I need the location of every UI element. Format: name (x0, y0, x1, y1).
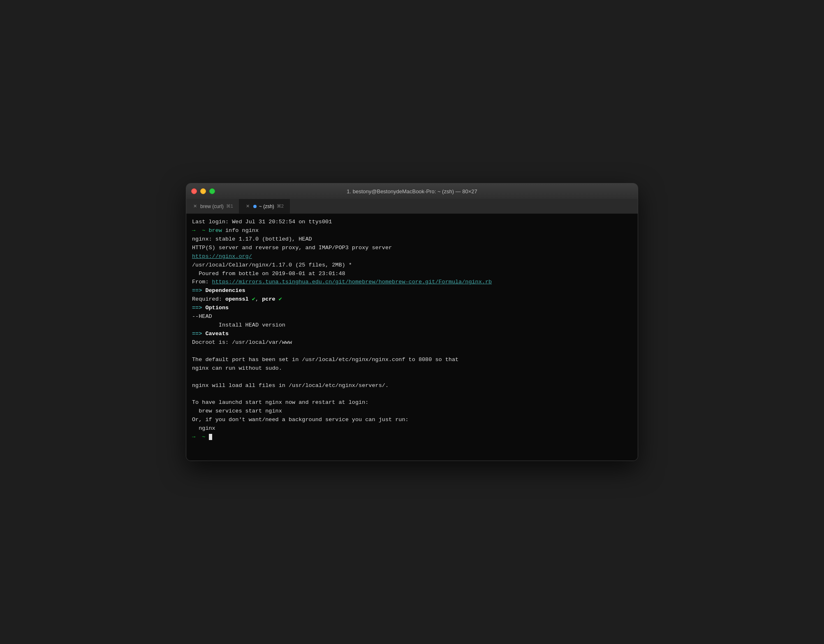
tab-zsh[interactable]: ✕ ~ (zsh) ⌘2 (239, 199, 290, 213)
line-from-url: From: https://mirrors.tuna.tsinghua.edu.… (192, 278, 632, 287)
line-nginx-url: https://nginx.org/ (192, 253, 632, 261)
titlebar: 1. bestony@BestonydeMacBook-Pro: ~ (zsh)… (186, 183, 638, 199)
line-options-heading: ==> Options (192, 304, 632, 313)
tab2-close-icon[interactable]: ✕ (245, 204, 251, 209)
tab2-dot-icon (253, 205, 257, 208)
terminal-body[interactable]: Last login: Wed Jul 31 20:52:54 on ttys0… (186, 214, 638, 461)
maximize-button[interactable] (209, 188, 215, 194)
tab1-cmd: ⌘1 (226, 204, 233, 209)
tab-bar: ✕ brew (curl) ⌘1 ✕ ~ (zsh) ⌘2 (186, 199, 638, 214)
line-launchd: To have launchd start nginx now and rest… (192, 398, 632, 407)
traffic-lights (191, 188, 215, 194)
tab-brew-curl[interactable]: ✕ brew (curl) ⌘1 (186, 199, 239, 213)
line-load-files: nginx will load all files in /usr/local/… (192, 382, 632, 390)
terminal-window: 1. bestony@BestonydeMacBook-Pro: ~ (zsh)… (186, 183, 638, 461)
line-prompt-2: → ~ (192, 433, 632, 442)
line-caveats-heading: ==> Caveats (192, 330, 632, 338)
line-default-port-1: The default port has been set in /usr/lo… (192, 356, 632, 364)
line-nginx-version: nginx: stable 1.17.0 (bottled), HEAD (192, 235, 632, 244)
close-button[interactable] (191, 188, 197, 194)
line-or-run: Or, if you don't want/need a background … (192, 416, 632, 424)
line-head-desc: Install HEAD version (192, 321, 632, 330)
line-cellar-path: /usr/local/Cellar/nginx/1.17.0 (25 files… (192, 261, 632, 270)
line-poured: Poured from bottle on 2019-08-01 at 23:0… (192, 270, 632, 278)
line-blank-2 (192, 373, 632, 382)
tab2-cmd: ⌘2 (277, 204, 284, 209)
line-brew-services: brew services start nginx (192, 407, 632, 416)
line-docroot: Docroot is: /usr/local/var/www (192, 338, 632, 347)
line-dependencies-heading: ==> Dependencies (192, 287, 632, 295)
line-nginx-desc: HTTP(S) server and reverse proxy, and IM… (192, 244, 632, 253)
window-title: 1. bestony@BestonydeMacBook-Pro: ~ (zsh)… (347, 188, 477, 195)
line-blank-3 (192, 390, 632, 398)
line-head-flag: --HEAD (192, 313, 632, 321)
minimize-button[interactable] (200, 188, 206, 194)
line-nginx-cmd: nginx (192, 424, 632, 433)
line-blank-1 (192, 347, 632, 356)
line-default-port-2: nginx can run without sudo. (192, 364, 632, 373)
line-required: Required: openssl ✔, pcre ✔ (192, 295, 632, 304)
tab1-label: brew (curl) (200, 204, 224, 209)
line-prompt-1: → ~ brew info nginx (192, 227, 632, 235)
line-last-login: Last login: Wed Jul 31 20:52:54 on ttys0… (192, 218, 632, 227)
tab2-label: ~ (zsh) (259, 204, 274, 209)
tab1-close-icon[interactable]: ✕ (192, 204, 198, 209)
cursor (209, 434, 212, 440)
